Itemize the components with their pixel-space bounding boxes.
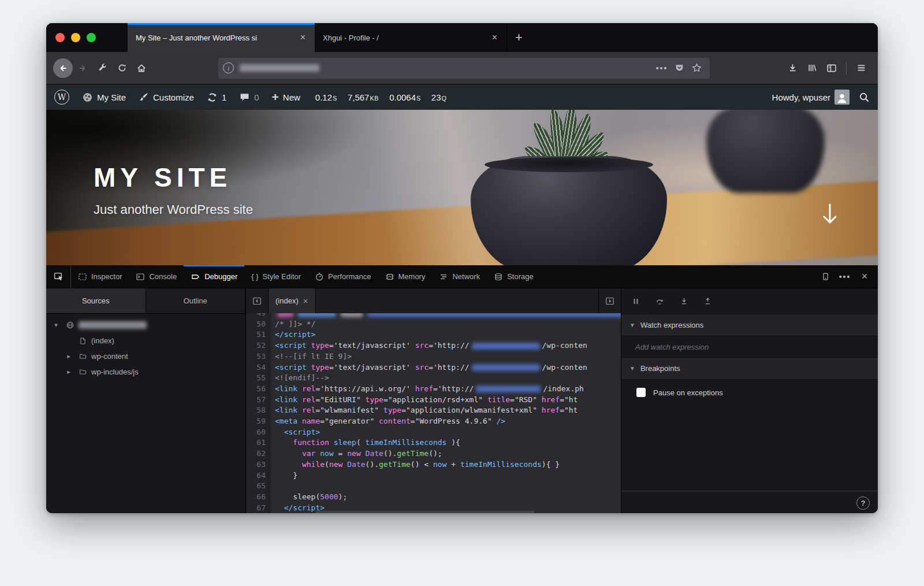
- line-number[interactable]: 62: [246, 448, 271, 459]
- devtools-tab-storage[interactable]: Storage: [487, 265, 541, 288]
- devtools-tab-debugger[interactable]: Debugger: [184, 265, 244, 288]
- comments-menu[interactable]: 0: [239, 92, 259, 103]
- redacted-code: [472, 364, 540, 371]
- watch-expressions-header[interactable]: ▼ Watch expressions: [621, 314, 878, 336]
- help-icon[interactable]: ?: [856, 496, 870, 510]
- line-number[interactable]: 57: [246, 395, 271, 406]
- search-icon[interactable]: [859, 92, 870, 103]
- line-number[interactable]: 64: [246, 470, 271, 481]
- line-number[interactable]: 66: [246, 492, 271, 503]
- customize-menu[interactable]: Customize: [139, 92, 194, 102]
- line-number[interactable]: 55: [246, 373, 271, 384]
- library-button[interactable]: [802, 58, 822, 78]
- line-number[interactable]: 67: [246, 503, 271, 513]
- tab-title: Xhgui - Profile - /: [323, 34, 489, 42]
- source-tab-index[interactable]: (index) ×: [269, 288, 316, 313]
- tab-outline[interactable]: Outline: [146, 288, 246, 313]
- large-plant-pot: [471, 156, 667, 265]
- devtools-tab-performance[interactable]: Performance: [308, 265, 378, 288]
- devtools-tab-console[interactable]: Console: [129, 265, 184, 288]
- horizontal-scrollbar[interactable]: [315, 511, 535, 513]
- folder-icon: [77, 368, 88, 376]
- close-window-button[interactable]: [55, 33, 65, 42]
- expander-closed-icon[interactable]: ▸: [64, 353, 74, 360]
- step-over-icon: [655, 297, 665, 306]
- address-bar[interactable]: i •••: [218, 58, 710, 79]
- code-line: 62 var now = new Date().getTime();: [246, 448, 621, 459]
- line-number[interactable]: 59: [246, 416, 271, 427]
- browser-tab-xhgui[interactable]: Xhgui - Profile - / ×: [315, 23, 507, 52]
- tab-title: My Site – Just another WordPress si: [136, 34, 297, 42]
- sidebar-toggle-button[interactable]: [822, 58, 841, 78]
- line-number[interactable]: 58: [246, 405, 271, 416]
- browser-tab-my-site[interactable]: My Site – Just another WordPress si ×: [128, 23, 315, 52]
- new-tab-button[interactable]: +: [507, 23, 531, 52]
- reload-button[interactable]: [112, 58, 132, 78]
- close-source-tab-icon[interactable]: ×: [303, 296, 308, 306]
- query-monitor-stats[interactable]: 0.12s 7,567kb 0.0064s 23q: [315, 92, 447, 102]
- devtools-tab-network[interactable]: Network: [432, 265, 487, 288]
- site-info-icon[interactable]: i: [223, 62, 234, 73]
- line-number[interactable]: 53: [246, 351, 271, 362]
- devtools-tab-style-editor[interactable]: { } Style Editor: [244, 265, 308, 288]
- devtools-tab-inspector[interactable]: Inspector: [71, 265, 129, 288]
- line-number[interactable]: 65: [246, 481, 271, 492]
- bookmark-star-icon[interactable]: [688, 60, 705, 77]
- wp-logo-menu[interactable]: W: [54, 90, 69, 105]
- minimize-window-button[interactable]: [71, 33, 80, 42]
- devtools-menu-icon[interactable]: •••: [836, 268, 854, 285]
- line-number[interactable]: 49: [246, 313, 271, 319]
- account-menu[interactable]: Howdy, wpuser: [772, 90, 850, 105]
- line-number[interactable]: 60: [246, 427, 271, 438]
- pause-on-exceptions-row[interactable]: Pause on exceptions: [621, 380, 878, 405]
- tab-close-icon[interactable]: ×: [297, 31, 309, 44]
- debugger-icon: [191, 272, 200, 281]
- expander-closed-icon[interactable]: ▸: [64, 368, 74, 376]
- pause-button[interactable]: [632, 297, 640, 306]
- downloads-button[interactable]: [783, 58, 802, 78]
- back-button[interactable]: [53, 58, 73, 78]
- breakpoints-header[interactable]: ▼ Breakpoints: [621, 358, 878, 380]
- responsive-design-mode-button[interactable]: [817, 268, 834, 285]
- step-in-button[interactable]: [680, 297, 688, 306]
- menu-button[interactable]: [851, 58, 871, 78]
- expand-panel-button[interactable]: [598, 288, 621, 313]
- new-content-menu[interactable]: + New: [272, 92, 300, 102]
- page-actions-icon[interactable]: •••: [653, 60, 670, 77]
- devtools-tab-memory[interactable]: Memory: [378, 265, 433, 288]
- tree-item-wp-content[interactable]: ▸wp-content: [46, 348, 245, 364]
- expander-open-icon[interactable]: ▾: [51, 321, 61, 329]
- forward-button[interactable]: [73, 58, 92, 78]
- updates-menu[interactable]: 1: [207, 92, 226, 103]
- desktop: My Site – Just another WordPress si × Xh…: [0, 0, 924, 586]
- tree-item--index-[interactable]: (index): [46, 333, 245, 348]
- line-number[interactable]: 51: [246, 329, 271, 340]
- line-number[interactable]: 56: [246, 384, 271, 395]
- tree-item-wp-includes-js[interactable]: ▸wp-includes/js: [46, 364, 245, 380]
- tab-sources[interactable]: Sources: [46, 288, 146, 313]
- tab-close-icon[interactable]: ×: [489, 31, 501, 44]
- pick-element-button[interactable]: [46, 265, 71, 288]
- updates-icon: [207, 92, 218, 103]
- code-viewport[interactable]: 4950/* ]]> */51</script>52<script type='…: [246, 313, 621, 513]
- close-devtools-icon[interactable]: ×: [856, 268, 873, 285]
- home-button[interactable]: [132, 58, 151, 78]
- step-over-button[interactable]: [655, 297, 665, 306]
- step-out-button[interactable]: [703, 297, 712, 306]
- developer-tools-button[interactable]: [92, 58, 112, 78]
- tree-item-root[interactable]: ▾: [46, 317, 245, 333]
- add-watch-expression-row[interactable]: Add watch expression: [621, 336, 878, 358]
- scroll-down-arrow-icon[interactable]: [821, 202, 839, 227]
- pause-on-exceptions-checkbox[interactable]: [636, 388, 646, 397]
- line-number[interactable]: 50: [246, 319, 271, 330]
- collapse-sidebar-button[interactable]: [246, 288, 269, 313]
- zoom-window-button[interactable]: [87, 33, 96, 42]
- panel-footer: ?: [621, 491, 878, 513]
- pocket-icon[interactable]: [670, 60, 688, 77]
- line-number[interactable]: 63: [246, 459, 271, 470]
- line-number[interactable]: 54: [246, 362, 271, 373]
- line-number[interactable]: 61: [246, 437, 271, 448]
- line-number[interactable]: 52: [246, 340, 271, 351]
- step-out-icon: [703, 297, 712, 306]
- my-site-menu[interactable]: My Site: [82, 92, 126, 103]
